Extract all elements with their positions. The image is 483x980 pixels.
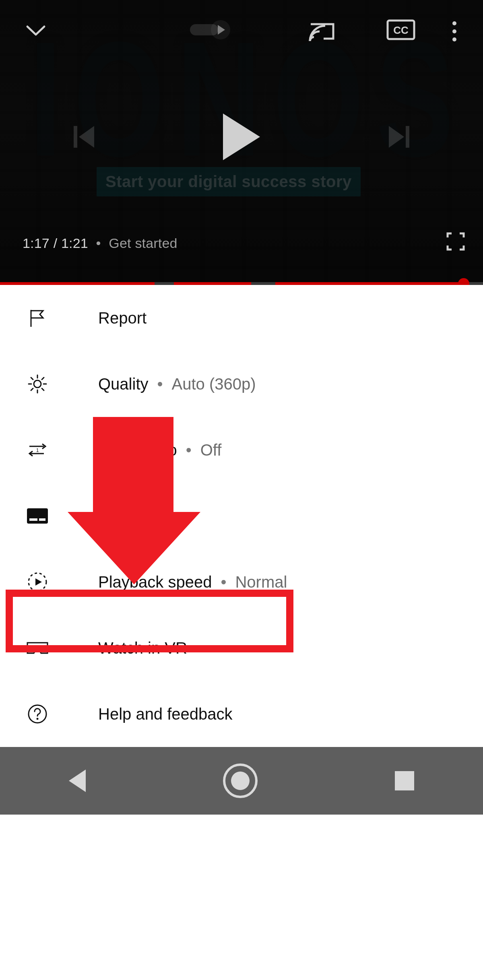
captions-cc-icon[interactable]: CC bbox=[386, 19, 415, 40]
previous-bar-icon bbox=[74, 126, 77, 148]
previous-button[interactable] bbox=[74, 126, 94, 148]
menu-item-report[interactable]: Report bbox=[0, 285, 483, 351]
current-time: 1:17 bbox=[23, 235, 50, 251]
fullscreen-button[interactable] bbox=[446, 232, 465, 251]
autoplay-knob bbox=[211, 20, 230, 39]
previous-triangle-icon bbox=[79, 126, 94, 148]
transport-controls bbox=[0, 113, 483, 160]
gear-icon bbox=[23, 373, 52, 394]
separator-dot: • bbox=[157, 375, 163, 393]
svg-point-2 bbox=[452, 21, 456, 25]
more-vertical-icon[interactable] bbox=[452, 21, 457, 42]
system-home-button[interactable] bbox=[223, 763, 258, 798]
annotation-highlight-rect bbox=[6, 590, 293, 652]
progress-bar[interactable] bbox=[0, 282, 483, 285]
next-triangle-icon bbox=[389, 126, 404, 148]
svg-marker-11 bbox=[35, 578, 42, 586]
play-button[interactable] bbox=[223, 113, 260, 160]
menu-label: Quality bbox=[98, 375, 149, 393]
menu-item-help[interactable]: Help and feedback bbox=[0, 681, 483, 747]
svg-point-14 bbox=[29, 705, 46, 723]
menu-value: Off bbox=[200, 441, 222, 459]
playback-status: 1:17 / 1:21 Get started bbox=[23, 235, 178, 251]
svg-point-3 bbox=[452, 29, 456, 33]
next-button[interactable] bbox=[389, 126, 409, 148]
svg-text:CC: CC bbox=[393, 24, 409, 36]
svg-rect-9 bbox=[39, 518, 45, 521]
flag-icon bbox=[23, 307, 52, 328]
menu-label: Help and feedback bbox=[98, 705, 233, 723]
captions-icon bbox=[23, 505, 52, 526]
video-player: IONOS Start your digital success story C… bbox=[0, 0, 483, 285]
collapse-chevron-icon[interactable] bbox=[26, 23, 46, 37]
svg-text:1: 1 bbox=[36, 448, 39, 453]
next-bar-icon bbox=[406, 126, 409, 148]
loop-icon: 1 bbox=[23, 439, 52, 460]
system-recent-button[interactable] bbox=[395, 771, 414, 790]
menu-value: Auto (360p) bbox=[172, 375, 256, 393]
annotation-arrow bbox=[68, 417, 200, 590]
help-icon bbox=[23, 704, 52, 724]
progress-gap-2 bbox=[251, 282, 275, 285]
system-navigation-bar bbox=[0, 747, 483, 815]
svg-point-4 bbox=[452, 37, 456, 41]
system-back-button[interactable] bbox=[69, 770, 86, 792]
play-triangle-icon bbox=[218, 25, 225, 35]
duration: 1:21 bbox=[61, 235, 88, 251]
menu-item-quality[interactable]: Quality • Auto (360p) bbox=[0, 351, 483, 417]
svg-rect-7 bbox=[27, 508, 48, 524]
svg-point-15 bbox=[37, 718, 39, 720]
title-hint: Get started bbox=[109, 235, 177, 251]
autoplay-toggle[interactable] bbox=[190, 20, 230, 39]
svg-point-5 bbox=[34, 380, 41, 388]
progress-fill bbox=[0, 282, 464, 285]
menu-value: Normal bbox=[235, 573, 287, 591]
separator-dot: • bbox=[221, 573, 226, 591]
cast-icon[interactable] bbox=[308, 20, 336, 43]
svg-rect-8 bbox=[29, 518, 37, 521]
progress-gap-1 bbox=[155, 282, 174, 285]
menu-label: Report bbox=[98, 309, 147, 327]
